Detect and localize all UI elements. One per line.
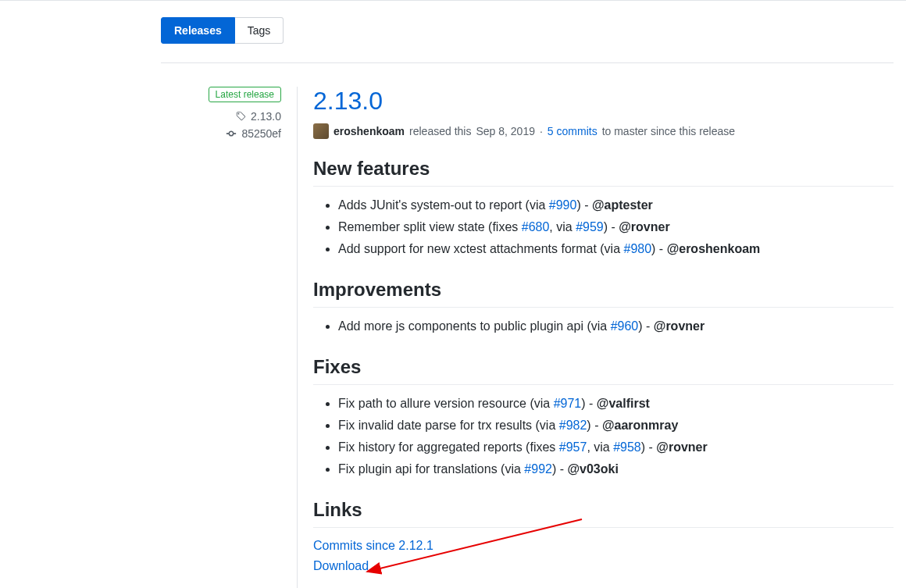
heading-new-features: New features [313, 158, 894, 187]
list-item: Adds JUnit's system-out to report (via #… [338, 194, 894, 216]
sidebar-commit[interactable]: 85250ef [161, 127, 281, 140]
issue-link[interactable]: #971 [554, 397, 582, 410]
release-meta: eroshenkoam released this Sep 8, 2019 · … [313, 123, 894, 139]
sidebar-commit-sha: 85250ef [241, 127, 281, 140]
tag-icon [235, 111, 246, 122]
fixes-list: Fix path to allure version resource (via… [313, 393, 894, 480]
avatar[interactable] [313, 123, 329, 139]
issue-link[interactable]: #980 [624, 242, 652, 255]
commit-icon [226, 128, 237, 139]
author-mention[interactable]: @v03oki [567, 462, 618, 476]
list-item: Remember split view state (fixes #680, v… [338, 216, 894, 238]
commits-suffix: to master since this release [602, 125, 735, 137]
author-mention[interactable]: @rovner [654, 319, 704, 333]
new-features-list: Adds JUnit's system-out to report (via #… [313, 194, 894, 260]
release-date: Sep 8, 2019 [476, 125, 535, 137]
issue-link[interactable]: #982 [559, 419, 587, 432]
release-body: 2.13.0 eroshenkoam released this Sep 8, … [298, 87, 894, 588]
meta-dot: · [540, 125, 543, 137]
list-item: Fix path to allure version resource (via… [338, 393, 894, 415]
tab-bar: Releases Tags [161, 17, 894, 44]
heading-fixes: Fixes [313, 356, 894, 385]
issue-link[interactable]: #680 [522, 220, 550, 233]
author-mention[interactable]: @rovner [619, 220, 669, 233]
author-link[interactable]: eroshenkoam [334, 125, 405, 137]
author-mention[interactable]: @rovner [656, 440, 707, 454]
list-item: Add more js components to public plugin … [338, 315, 894, 337]
issue-link[interactable]: #992 [524, 462, 552, 476]
list-item: Fix invalid date parse for trx results (… [338, 415, 894, 437]
author-mention[interactable]: @valfirst [597, 397, 650, 410]
list-item: Add support for new xctest attachments f… [338, 238, 894, 260]
latest-release-badge: Latest release [209, 87, 281, 102]
author-mention[interactable]: @aptester [592, 198, 653, 212]
issue-link[interactable]: #990 [549, 198, 577, 212]
issue-link[interactable]: #957 [559, 440, 587, 454]
author-mention[interactable]: @eroshenkoam [667, 242, 761, 255]
heading-improvements: Improvements [313, 279, 894, 308]
release-sidebar: Latest release 2.13.0 85250ef [161, 87, 298, 588]
released-prefix: released this [409, 125, 471, 137]
tab-releases[interactable]: Releases [161, 17, 235, 44]
heading-links: Links [313, 499, 894, 528]
sidebar-tag-label: 2.13.0 [251, 110, 281, 123]
list-item: Fix plugin api for translations (via #99… [338, 458, 894, 480]
issue-link[interactable]: #960 [611, 319, 639, 333]
author-mention[interactable]: @aaronmray [602, 419, 678, 432]
download-link[interactable]: Download [313, 559, 369, 572]
sidebar-tag[interactable]: 2.13.0 [161, 110, 281, 123]
improvements-list: Add more js components to public plugin … [313, 315, 894, 337]
links-block: Commits since 2.12.1 Download [313, 536, 894, 576]
issue-link[interactable]: #958 [613, 440, 641, 454]
tab-tags[interactable]: Tags [235, 17, 284, 44]
issue-link[interactable]: #959 [576, 220, 604, 233]
commits-link[interactable]: 5 commits [548, 125, 597, 137]
commits-since-link[interactable]: Commits since 2.12.1 [313, 539, 433, 552]
release-title[interactable]: 2.13.0 [313, 87, 894, 116]
list-item: Fix history for aggregated reports (fixe… [338, 437, 894, 458]
